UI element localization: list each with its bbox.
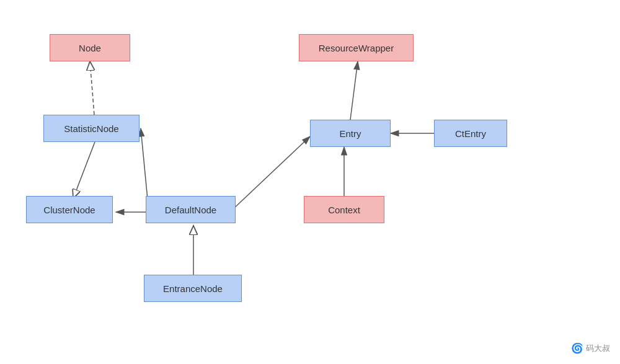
box-EntranceNode: EntranceNode [144, 275, 242, 302]
diagram-container: Node StatisticNode ClusterNode DefaultNo… [0, 0, 620, 364]
box-Node: Node [50, 34, 130, 61]
svg-line-11 [232, 136, 310, 210]
box-Node-label: Node [79, 43, 101, 53]
svg-line-8 [350, 61, 358, 120]
box-Entry-label: Entry [339, 128, 361, 139]
box-ResourceWrapper: ResourceWrapper [299, 34, 414, 61]
box-ClusterNode: ClusterNode [26, 196, 113, 223]
box-DefaultNode: DefaultNode [146, 196, 236, 223]
watermark: 🌀 码大叔 [571, 342, 610, 354]
box-StatisticNode: StatisticNode [43, 115, 140, 142]
watermark-text: 码大叔 [586, 343, 610, 354]
box-DefaultNode-label: DefaultNode [165, 205, 216, 215]
box-Context: Context [304, 196, 384, 223]
box-ResourceWrapper-label: ResourceWrapper [319, 43, 394, 53]
svg-line-3 [90, 61, 94, 115]
svg-line-5 [73, 142, 95, 198]
box-CtEntry: CtEntry [434, 120, 507, 147]
box-EntranceNode-label: EntranceNode [163, 283, 223, 294]
box-CtEntry-label: CtEntry [455, 128, 486, 139]
box-Entry: Entry [310, 120, 391, 147]
box-StatisticNode-label: StatisticNode [64, 123, 118, 134]
box-Context-label: Context [328, 205, 360, 215]
box-ClusterNode-label: ClusterNode [43, 205, 95, 215]
watermark-icon: 🌀 [571, 342, 583, 354]
